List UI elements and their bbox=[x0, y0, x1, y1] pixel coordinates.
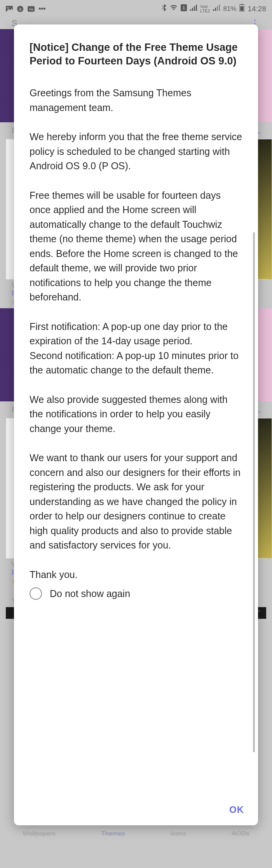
checkbox-label: Do not show again bbox=[50, 588, 130, 599]
svg-rect-10 bbox=[194, 6, 195, 11]
bluetooth-icon bbox=[162, 4, 167, 14]
signal-icon-2 bbox=[213, 5, 220, 13]
svg-rect-13 bbox=[215, 8, 216, 11]
svg-rect-15 bbox=[219, 5, 220, 11]
status-bar: S my ••• 1 Vod LTE2 81% 14:28 bbox=[0, 0, 272, 17]
dialog-body: Greetings from the Samsung Themes manage… bbox=[30, 86, 242, 600]
dialog-p4b: Second notification: A pop-up 10 minutes… bbox=[30, 349, 242, 378]
samsung-icon: S bbox=[17, 5, 24, 12]
ok-button[interactable]: OK bbox=[229, 804, 244, 815]
dialog-p1: Greetings from the Samsung Themes manage… bbox=[30, 86, 242, 115]
dialog-p5: We also provide suggested themes along w… bbox=[30, 392, 242, 436]
tab-wallpapers[interactable]: Wallpapers bbox=[23, 830, 56, 838]
notice-dialog: [Notice] Change of the Free Theme Usage … bbox=[14, 24, 258, 825]
signal-icon-1 bbox=[190, 5, 197, 13]
dialog-p4a: First notification: A pop-up one day pri… bbox=[30, 319, 242, 349]
more-indicator: ••• bbox=[38, 4, 45, 13]
battery-pct: 81% bbox=[223, 5, 236, 13]
dialog-scrollbar[interactable] bbox=[253, 232, 255, 752]
dialog-title: [Notice] Change of the Free Theme Usage … bbox=[30, 41, 242, 68]
svg-text:S: S bbox=[19, 7, 22, 11]
dialog-footer: OK bbox=[14, 795, 258, 825]
svg-rect-11 bbox=[196, 5, 197, 11]
checkbox-circle-icon bbox=[30, 587, 42, 600]
do-not-show-checkbox[interactable]: Do not show again bbox=[30, 587, 242, 600]
tab-icons[interactable]: Icons bbox=[170, 830, 186, 838]
tab-themes[interactable]: Themes bbox=[101, 830, 125, 838]
svg-text:my: my bbox=[29, 7, 34, 11]
network-label: Vod LTE2 bbox=[200, 5, 210, 13]
svg-rect-12 bbox=[213, 9, 214, 11]
dialog-content[interactable]: [Notice] Change of the Free Theme Usage … bbox=[14, 24, 258, 795]
clock: 14:28 bbox=[248, 5, 266, 13]
battery-icon bbox=[239, 4, 244, 14]
svg-rect-18 bbox=[240, 6, 244, 11]
dialog-p6: We want to thank our users for your supp… bbox=[30, 451, 242, 553]
wifi-icon bbox=[170, 5, 178, 13]
tab-aods[interactable]: AODs bbox=[232, 830, 249, 838]
bottom-tabs: Wallpapers Themes Icons AODs bbox=[0, 826, 272, 842]
status-right: 1 Vod LTE2 81% 14:28 bbox=[162, 4, 266, 14]
dialog-p3: Free themes will be usable for fourteen … bbox=[30, 188, 242, 305]
svg-rect-9 bbox=[192, 8, 193, 11]
dialog-p7: Thank you. bbox=[30, 568, 242, 582]
myapp-icon: my bbox=[28, 5, 35, 12]
gallery-icon bbox=[6, 5, 13, 12]
svg-rect-14 bbox=[217, 6, 218, 11]
svg-text:1: 1 bbox=[183, 6, 185, 10]
svg-point-1 bbox=[7, 7, 9, 9]
status-left: S my ••• bbox=[6, 4, 45, 13]
dialog-p2: We hereby inform you that the free theme… bbox=[30, 130, 242, 174]
svg-rect-8 bbox=[190, 9, 191, 11]
sim-icon: 1 bbox=[181, 4, 187, 13]
